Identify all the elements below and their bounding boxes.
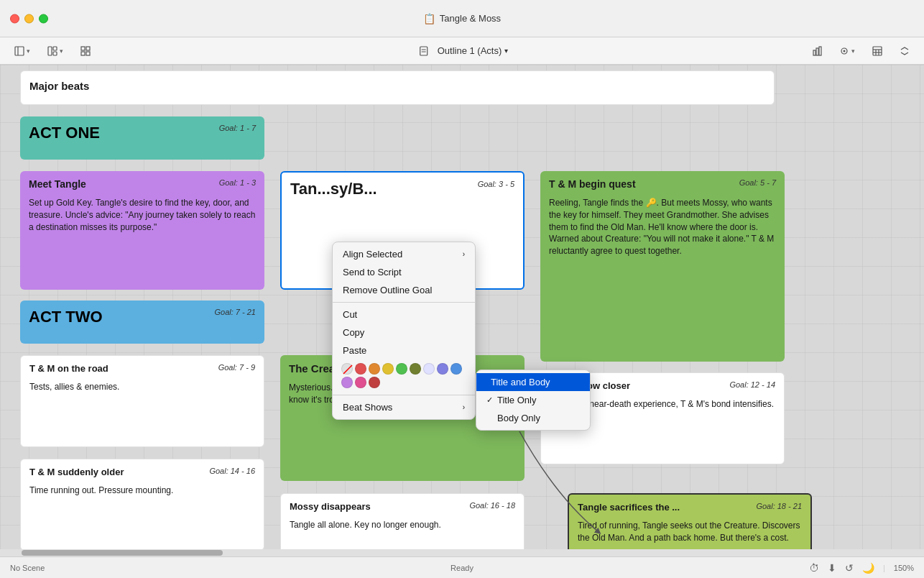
maximize-button[interactable] (39, 14, 48, 23)
submenu-item-title-only[interactable]: ✓ Title Only (476, 391, 590, 409)
moon-icon[interactable]: 🌙 (862, 562, 874, 574)
close-button[interactable] (10, 14, 19, 23)
submenu-chevron-beat-shows: › (463, 403, 465, 411)
color-palette (333, 359, 475, 392)
color-dark-red[interactable] (369, 377, 380, 388)
color-none[interactable] (341, 363, 353, 375)
selected-card-title: Tan...sy/B... (290, 180, 377, 198)
submenu-item-title-and-body[interactable]: Title and Body (476, 373, 590, 391)
menu-item-align-selected[interactable]: Align Selected › (333, 245, 475, 263)
tangle-sacrifices-goal: Goal: 18 - 21 (756, 502, 802, 510)
color-orange[interactable] (369, 363, 380, 375)
svg-rect-6 (86, 47, 90, 50)
note-button[interactable] (416, 45, 432, 58)
mossy-disappears-body: Tangle all alone. Key no longer enough. (290, 519, 515, 531)
tangle-sacrifices-card[interactable]: Tangle sacrifices the ... Goal: 18 - 21 … (568, 493, 812, 556)
svg-rect-14 (819, 47, 821, 55)
timer-icon[interactable]: ⏱ (809, 562, 819, 574)
scrollbar-thumb[interactable] (22, 550, 223, 556)
tm-begin-quest-title: T & M begin quest (549, 178, 636, 190)
major-beats-card: Major beats (20, 70, 775, 105)
title-icon: 📋 (423, 13, 435, 24)
color-light-blue[interactable] (423, 363, 435, 375)
window-title: 📋 Tangle & Moss (423, 13, 501, 24)
meet-tangle-goal: Goal: 1 - 3 (219, 178, 256, 187)
statusbar: No Scene Ready ⏱ ⬇ ↺ 🌙 | 150% (0, 556, 924, 578)
expand-button[interactable] (897, 45, 913, 58)
checkmark-icon: ✓ (486, 395, 493, 405)
status-center: Ready (451, 564, 473, 572)
color-red[interactable] (355, 363, 366, 375)
act-two-card[interactable]: ACT TWO Goal: 7 - 21 (20, 301, 264, 344)
traffic-lights (10, 14, 48, 23)
svg-rect-9 (420, 47, 428, 55)
sidebar-toggle-button[interactable]: ▾ (11, 45, 33, 58)
titlebar: 📋 Tangle & Moss (0, 0, 924, 37)
status-divider: | (883, 564, 885, 572)
history-icon[interactable]: ↺ (845, 562, 854, 574)
tm-begin-quest-body: Reeling, Tangle finds the 🔑. But meets M… (549, 197, 776, 257)
outline-chevron-icon: ▾ (504, 47, 508, 55)
color-blue[interactable] (451, 363, 462, 375)
tm-on-road-body: Tests, allies & enemies. (29, 381, 255, 393)
menu-item-beat-shows[interactable]: Beat Shows › (333, 398, 475, 416)
status-left: No Scene (10, 564, 45, 572)
tm-on-road-card[interactable]: T & M on the road Goal: 7 - 9 Tests, all… (20, 355, 264, 447)
mossy-disappears-goal: Goal: 16 - 18 (469, 501, 515, 510)
stats-button[interactable] (809, 45, 825, 58)
act-one-card[interactable]: ACT ONE Goal: 1 - 7 (20, 116, 264, 160)
color-yellow[interactable] (382, 363, 394, 375)
toolbar: ▾ ▾ Outli (0, 37, 924, 65)
svg-rect-4 (53, 52, 57, 55)
minimize-button[interactable] (24, 14, 34, 23)
tm-suddenly-older-title: T & M suddenly older (29, 467, 124, 477)
view-options-button[interactable]: ▾ (836, 45, 858, 58)
menu-item-copy[interactable]: Copy (333, 324, 475, 341)
main-canvas[interactable]: Major beats ACT ONE Goal: 1 - 7 Meet Tan… (0, 65, 924, 556)
beat-shows-submenu: Title and Body ✓ Title Only ✓ Body Only (476, 370, 591, 431)
tm-begin-quest-goal: Goal: 5 - 7 (739, 178, 776, 187)
color-green[interactable] (396, 363, 407, 375)
svg-rect-12 (813, 50, 816, 55)
outline-selector[interactable]: Outline 1 (Acts) ▾ (438, 45, 509, 56)
menu-separator-2 (333, 395, 475, 395)
title-text: Tangle & Moss (440, 13, 501, 24)
tm-on-road-title: T & M on the road (29, 363, 108, 374)
color-purple[interactable] (341, 377, 353, 388)
grid-view-button[interactable] (78, 45, 93, 58)
meet-tangle-card[interactable]: Meet Tangle Goal: 1 - 3 Set up Gold Key.… (20, 171, 264, 290)
svg-point-16 (844, 50, 846, 52)
tm-suddenly-older-goal: Goal: 14 - 16 (209, 467, 255, 475)
menu-separator-1 (333, 302, 475, 303)
svg-rect-13 (816, 48, 818, 55)
selected-card-goal: Goal: 3 - 5 (478, 180, 514, 188)
layout-button[interactable]: ▾ (45, 45, 66, 58)
menu-item-paste[interactable]: Paste (333, 341, 475, 359)
svg-rect-17 (873, 47, 882, 55)
table-button[interactable] (869, 45, 885, 58)
sidebar-chevron: ▾ (27, 47, 30, 55)
svg-rect-8 (86, 52, 90, 55)
menu-item-send-to-script[interactable]: Send to Script (333, 263, 475, 281)
svg-rect-0 (15, 47, 24, 55)
menu-item-cut[interactable]: Cut (333, 306, 475, 324)
meet-tangle-title: Meet Tangle (29, 178, 86, 190)
scrollbar-area[interactable] (0, 549, 924, 556)
svg-rect-5 (81, 47, 85, 50)
tangle-sacrifices-title: Tangle sacrifices the ... (578, 502, 680, 513)
toolbar-right: ▾ (809, 45, 913, 58)
svg-rect-2 (48, 47, 52, 55)
mossy-disappears-card[interactable]: Mossy disappears Goal: 16 - 18 Tangle al… (280, 493, 525, 556)
act-one-goal: Goal: 1 - 7 (219, 124, 256, 132)
color-pink[interactable] (355, 377, 366, 388)
tm-begin-quest-card[interactable]: T & M begin quest Goal: 5 - 7 Reeling, T… (540, 171, 785, 362)
tm-suddenly-older-card[interactable]: T & M suddenly older Goal: 14 - 16 Time … (20, 459, 264, 551)
menu-item-remove-outline-goal[interactable]: Remove Outline Goal (333, 281, 475, 299)
outline-selector-text: Outline 1 (Acts) (438, 45, 502, 56)
context-menu: Align Selected › Send to Script Remove O… (332, 242, 476, 420)
color-indigo[interactable] (437, 363, 448, 375)
download-icon[interactable]: ⬇ (828, 562, 836, 574)
submenu-item-body-only[interactable]: ✓ Body Only (476, 409, 590, 427)
color-dark-green[interactable] (410, 363, 421, 375)
zoom-level[interactable]: 150% (894, 564, 914, 572)
